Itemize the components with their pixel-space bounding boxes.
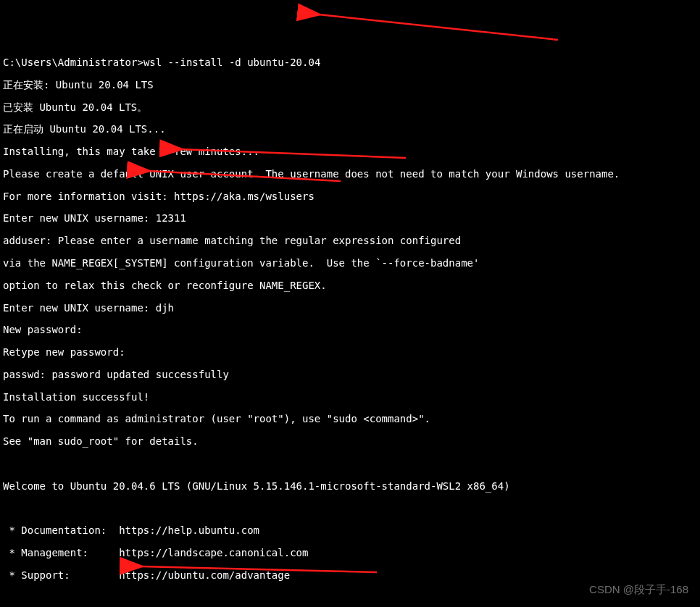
- line-install-ok: Installation successful!: [3, 392, 697, 403]
- enter-user1-value: 12311: [156, 212, 186, 224]
- line-installed-zh: 已安装 Ubuntu 20.04 LTS。: [3, 102, 697, 113]
- line-pw-updated: passwd: password updated successfully: [3, 369, 697, 380]
- line-sudo1: To run a command as administrator (user …: [3, 414, 697, 424]
- line-retype-pw: Retype new password:: [3, 347, 697, 358]
- line-new-pw: New password:: [3, 325, 697, 335]
- enter-user1-label: Enter new UNIX username:: [3, 212, 156, 224]
- blank: [3, 459, 697, 469]
- line-welcome: Welcome to Ubuntu 20.04.6 LTS (GNU/Linux…: [3, 481, 697, 492]
- line-starting-zh: 正在启动 Ubuntu 20.04 LTS...: [3, 124, 697, 135]
- line-more-info: For more information visit: https://aka.…: [3, 191, 697, 202]
- line-installing: Installing, this may take a few minutes.…: [3, 146, 697, 157]
- line-create-account: Please create a default UNIX user accoun…: [3, 169, 697, 180]
- line-adduser-err2: via the NAME_REGEX[_SYSTEM] configuratio…: [3, 258, 697, 269]
- enter-user2-label: Enter new UNIX username:: [3, 302, 156, 314]
- win-prompt: C:\Users\Administrator>: [3, 56, 143, 68]
- line-adduser-err1: adduser: Please enter a username matchin…: [3, 235, 697, 246]
- arrow-annotation: [319, 14, 558, 40]
- line-sudo2: See "man sudo_root" for details.: [3, 436, 697, 447]
- blank: [3, 503, 697, 514]
- line-doc: * Documentation: https://help.ubuntu.com: [3, 525, 697, 536]
- enter-user2-value: djh: [156, 302, 174, 314]
- command-text: wsl --install -d ubuntu-20.04: [143, 56, 320, 68]
- line-mgmt: * Management: https://landscape.canonica…: [3, 548, 697, 558]
- line-supp: * Support: https://ubuntu.com/advantage: [3, 570, 697, 581]
- line-adduser-err3: option to relax this check or reconfigur…: [3, 280, 697, 291]
- blank: [3, 593, 697, 603]
- terminal-output[interactable]: C:\Users\Administrator>wsl --install -d …: [3, 46, 697, 607]
- line-installing-zh: 正在安装: Ubuntu 20.04 LTS: [3, 80, 697, 91]
